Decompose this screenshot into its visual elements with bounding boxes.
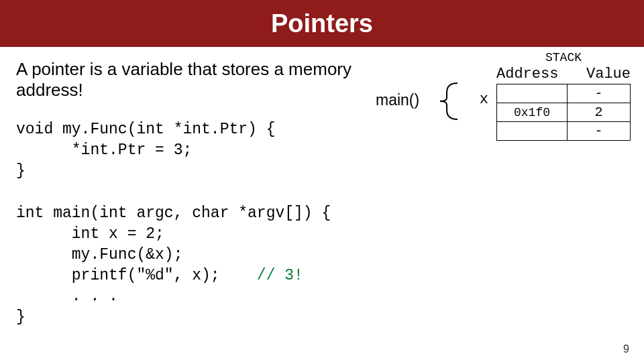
code-line: . . . bbox=[16, 288, 118, 305]
header-value: Value bbox=[567, 66, 631, 82]
code-line: int main(int argc, char *argv[]) { bbox=[16, 204, 331, 222]
cell-address: 0x1f0 bbox=[497, 103, 568, 122]
frame-label-main: main() bbox=[376, 91, 419, 109]
cell-address bbox=[497, 122, 568, 141]
code-line: printf("%d", x); bbox=[16, 267, 257, 284]
intro-text: A pointer is a variable that stores a me… bbox=[16, 59, 365, 101]
bracket-icon bbox=[429, 78, 462, 125]
slide-body: A pointer is a variable that stores a me… bbox=[0, 47, 644, 328]
stack-diagram: STACK Address Value - 0x1f0 2 - bbox=[496, 51, 631, 141]
code-line: void my.Func(int *int.Ptr) { bbox=[16, 121, 275, 138]
code-line: my.Func(&x); bbox=[16, 246, 182, 263]
page-number: 9 bbox=[623, 343, 629, 355]
title-bar: Pointers bbox=[0, 0, 644, 47]
table-row: 0x1f0 2 bbox=[497, 103, 631, 122]
code-block: void my.Func(int *int.Ptr) { *int.Ptr = … bbox=[16, 119, 628, 327]
cell-value: - bbox=[568, 84, 631, 103]
stack-table: - 0x1f0 2 - bbox=[496, 84, 631, 141]
slide-title: Pointers bbox=[271, 9, 373, 38]
table-row: - bbox=[497, 84, 631, 103]
cell-value: - bbox=[568, 122, 631, 141]
cell-value: 2 bbox=[568, 103, 631, 122]
var-label-x: x bbox=[480, 91, 488, 108]
code-line: *int.Ptr = 3; bbox=[16, 141, 192, 159]
code-comment: // 3! bbox=[257, 267, 303, 284]
cell-address bbox=[497, 84, 568, 103]
code-line: } bbox=[16, 308, 25, 326]
stack-headers: Address Value bbox=[496, 66, 631, 82]
table-row: - bbox=[497, 122, 631, 141]
code-line: int x = 2; bbox=[16, 225, 164, 243]
header-address: Address bbox=[496, 66, 567, 82]
stack-title: STACK bbox=[496, 51, 631, 64]
code-line: } bbox=[16, 162, 25, 180]
slide: Pointers A pointer is a variable that st… bbox=[0, 0, 644, 362]
